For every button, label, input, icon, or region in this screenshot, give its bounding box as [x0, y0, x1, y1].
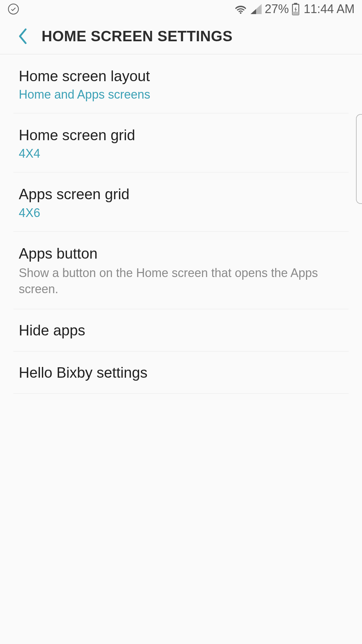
setting-home-screen-grid[interactable]: Home screen grid 4X4 [13, 113, 349, 172]
setting-home-screen-layout[interactable]: Home screen layout Home and Apps screens [13, 54, 349, 113]
wifi-icon [234, 3, 247, 15]
setting-hide-apps[interactable]: Hide apps [13, 309, 349, 352]
status-right: 27% 11:44 AM [234, 2, 355, 16]
page-title: HOME SCREEN SETTINGS [42, 28, 233, 45]
svg-rect-3 [292, 12, 299, 15]
settings-list: Home screen layout Home and Apps screens… [0, 54, 362, 394]
setting-title: Apps button [19, 244, 343, 263]
setting-value: Home and Apps screens [19, 88, 343, 102]
svg-rect-2 [294, 3, 297, 5]
setting-value: 4X4 [19, 147, 343, 161]
battery-charging-icon [292, 3, 300, 15]
setting-title: Home screen layout [19, 66, 343, 86]
checkmark-circle-icon [7, 3, 19, 15]
setting-title: Apps screen grid [19, 184, 343, 204]
status-bar: 27% 11:44 AM [0, 0, 362, 18]
setting-title: Hide apps [19, 321, 343, 340]
svg-point-0 [8, 4, 18, 14]
setting-apps-screen-grid[interactable]: Apps screen grid 4X6 [13, 172, 349, 231]
setting-title: Home screen grid [19, 125, 343, 145]
back-button[interactable] [16, 26, 29, 46]
signal-icon [250, 3, 262, 15]
app-bar: HOME SCREEN SETTINGS [0, 18, 362, 54]
setting-description: Show a button on the Home screen that op… [19, 265, 343, 298]
setting-value: 4X6 [19, 206, 343, 220]
setting-apps-button[interactable]: Apps button Show a button on the Home sc… [13, 232, 349, 309]
setting-title: Hello Bixby settings [19, 363, 343, 382]
scroll-indicator[interactable] [356, 114, 362, 204]
status-left [7, 3, 19, 15]
battery-percentage: 27% [265, 2, 289, 16]
setting-hello-bixby[interactable]: Hello Bixby settings [13, 352, 349, 394]
clock: 11:44 AM [304, 2, 355, 16]
